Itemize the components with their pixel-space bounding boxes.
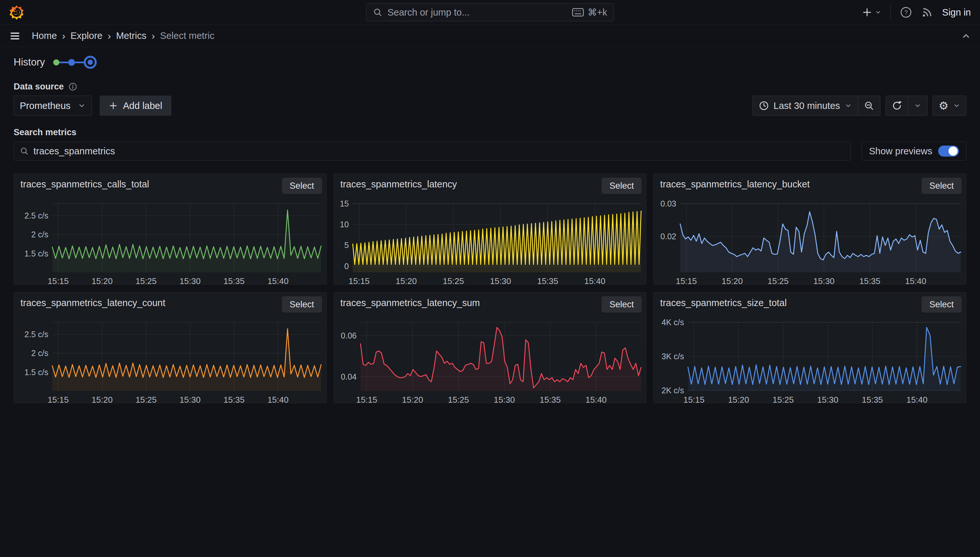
svg-text:15:20: 15:20 (402, 395, 423, 403)
chevron-up-icon (961, 31, 971, 41)
select-metric-button[interactable]: Select (602, 296, 642, 313)
collapse-controls-button[interactable] (961, 31, 971, 41)
svg-text:15:35: 15:35 (537, 276, 558, 284)
svg-text:2.5 c/s: 2.5 c/s (24, 330, 48, 339)
grafana-logo[interactable] (9, 5, 24, 20)
metric-preview-chart[interactable]: 2K c/s3K c/s4K c/s15:1515:2015:2515:3015… (653, 292, 966, 403)
add-label-text: Add label (123, 101, 162, 111)
chevron-down-icon (875, 9, 881, 16)
svg-text:15:25: 15:25 (443, 276, 464, 284)
svg-text:10: 10 (340, 220, 349, 229)
svg-text:15:40: 15:40 (584, 276, 605, 284)
select-metric-button[interactable]: Select (602, 178, 642, 194)
settings-button[interactable]: ⚙ (933, 96, 966, 116)
time-range-picker[interactable]: Last 30 minutes (753, 96, 858, 116)
sign-in-link[interactable]: Sign in (942, 7, 971, 18)
metric-title: traces_spanmetrics_latency_count (20, 298, 165, 308)
shortcut-hint: ⌘+k (572, 7, 607, 18)
metric-panel: traces_spanmetrics_latency_sum Select 0.… (333, 292, 647, 403)
svg-text:0: 0 (344, 262, 349, 271)
select-metric-button[interactable]: Select (282, 296, 322, 313)
select-metric-button[interactable]: Select (921, 178, 962, 194)
show-previews-control: Show previews (862, 142, 966, 161)
svg-text:15:40: 15:40 (585, 395, 606, 403)
add-label-button[interactable]: Add label (100, 96, 172, 116)
metric-preview-chart[interactable]: 1.5 c/s2 c/s2.5 c/s15:1515:2015:2515:301… (14, 174, 327, 284)
metric-preview-chart[interactable]: 05101515:1515:2015:2515:3015:3515:40 (334, 174, 647, 284)
new-menu-button[interactable] (862, 7, 881, 18)
svg-text:15:30: 15:30 (813, 276, 835, 284)
search-icon (373, 7, 382, 17)
refresh-group (885, 96, 928, 116)
clock-icon (759, 101, 769, 111)
metric-preview-chart[interactable]: 0.020.0315:1515:2015:2515:3015:3515:40 (653, 174, 966, 284)
history-point-mid[interactable] (68, 59, 75, 66)
settings-group: ⚙ (933, 96, 966, 116)
refresh-button[interactable] (886, 96, 908, 116)
datasource-picker[interactable]: Prometheus (14, 96, 92, 116)
metric-title: traces_spanmetrics_latency (340, 179, 457, 190)
svg-text:15:30: 15:30 (493, 395, 514, 403)
metric-panel: traces_spanmetrics_latency_bucket Select… (653, 173, 966, 285)
svg-text:3K c/s: 3K c/s (662, 352, 684, 361)
svg-text:15:30: 15:30 (180, 395, 201, 403)
top-nav-actions: ? Sign in (862, 5, 971, 20)
svg-text:2 c/s: 2 c/s (31, 230, 48, 239)
breadcrumb-explore[interactable]: Explore (70, 31, 102, 41)
svg-text:1.5 c/s: 1.5 c/s (24, 368, 48, 377)
refresh-interval-dropdown[interactable] (908, 96, 927, 116)
svg-text:15:15: 15:15 (348, 276, 370, 284)
zoom-out-button[interactable] (858, 96, 880, 116)
top-search-input[interactable]: Search or jump to... ⌘+k (366, 3, 614, 21)
metric-title: traces_spanmetrics_calls_total (20, 179, 149, 190)
svg-text:15:35: 15:35 (859, 276, 880, 284)
news-button[interactable] (921, 7, 933, 18)
search-metrics-label: Search metrics (14, 127, 966, 137)
svg-text:15:25: 15:25 (773, 395, 794, 403)
svg-text:15: 15 (340, 199, 349, 208)
metric-preview-chart[interactable]: 0.040.0615:1515:2015:2515:3015:3515:40 (334, 292, 647, 403)
history-label: History (14, 56, 45, 68)
history-point-current[interactable] (84, 56, 97, 69)
datasource-value: Prometheus (20, 101, 70, 111)
breadcrumb-home[interactable]: Home (32, 31, 57, 41)
svg-text:15:15: 15:15 (356, 395, 377, 403)
breadcrumb-metrics[interactable]: Metrics (116, 31, 146, 41)
svg-text:15:25: 15:25 (768, 276, 789, 284)
metric-panel: traces_spanmetrics_calls_total Select 1.… (14, 173, 327, 285)
svg-text:15:35: 15:35 (862, 395, 883, 403)
show-previews-toggle[interactable] (938, 146, 959, 156)
svg-text:15:20: 15:20 (722, 276, 743, 284)
search-icon (20, 147, 29, 156)
svg-text:15:35: 15:35 (224, 276, 245, 284)
plus-icon (109, 101, 118, 110)
svg-text:15:20: 15:20 (728, 395, 749, 403)
svg-text:15:30: 15:30 (180, 276, 201, 284)
mega-menu-toggle[interactable] (9, 30, 21, 42)
svg-text:15:35: 15:35 (540, 395, 561, 403)
datasource-label: Data source (14, 82, 64, 92)
select-metric-button[interactable]: Select (282, 178, 322, 194)
svg-text:15:40: 15:40 (906, 395, 928, 403)
svg-text:15:40: 15:40 (905, 276, 926, 284)
metric-title: traces_spanmetrics_latency_bucket (660, 179, 810, 190)
help-button[interactable]: ? (900, 6, 912, 18)
svg-text:15:25: 15:25 (136, 395, 157, 403)
top-nav: Search or jump to... ⌘+k ? (0, 0, 980, 25)
svg-text:0.02: 0.02 (661, 232, 676, 241)
svg-text:15:20: 15:20 (395, 276, 416, 284)
breadcrumb-select-metric: Select metric (160, 31, 214, 41)
history-point-start[interactable] (53, 59, 59, 65)
keyboard-icon (572, 8, 584, 16)
info-icon[interactable] (69, 82, 77, 91)
chevron-down-icon (845, 102, 852, 109)
svg-text:?: ? (904, 9, 908, 16)
metric-preview-chart[interactable]: 1.5 c/s2 c/s2.5 c/s15:1515:2015:2515:301… (14, 292, 327, 403)
select-metric-button[interactable]: Select (921, 296, 962, 313)
svg-text:5: 5 (344, 241, 349, 250)
svg-text:15:25: 15:25 (448, 395, 469, 403)
hamburger-icon (9, 30, 21, 42)
metrics-search-value: traces_spanmetrics (33, 146, 115, 156)
gear-icon: ⚙ (939, 100, 949, 111)
metrics-search-input[interactable]: traces_spanmetrics (14, 142, 851, 161)
